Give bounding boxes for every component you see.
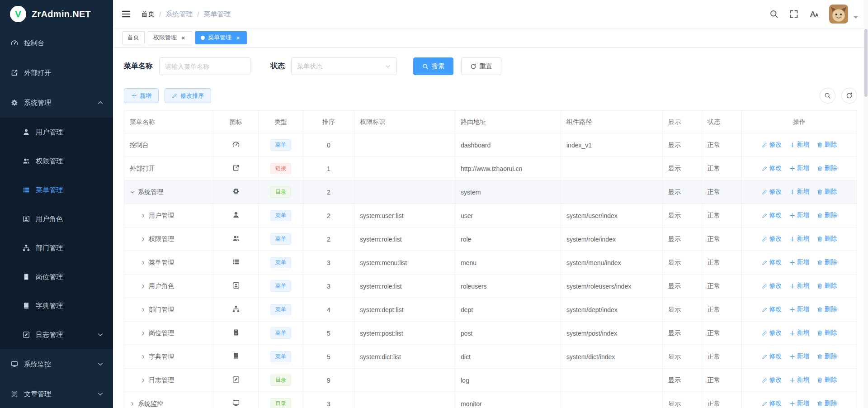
row-add-button[interactable]: 新增 xyxy=(789,164,810,172)
user-icon xyxy=(23,128,30,136)
row-delete-button[interactable]: 删除 xyxy=(817,235,837,243)
sidebar-item[interactable]: 字典管理 xyxy=(0,291,113,320)
show-search-toggle-button[interactable] xyxy=(820,88,835,104)
menu-name-text: 权限管理 xyxy=(149,235,174,243)
row-edit-button[interactable]: 修改 xyxy=(762,352,782,361)
row-edit-button[interactable]: 修改 xyxy=(762,376,782,384)
sidebar-item[interactable]: 菜单管理 xyxy=(0,176,113,204)
breadcrumb-item[interactable]: 菜单管理 xyxy=(203,10,231,19)
row-add-button[interactable]: 新增 xyxy=(789,258,810,266)
log-edit-icon xyxy=(232,376,240,383)
row-delete-button[interactable]: 删除 xyxy=(817,164,837,172)
row-add-button[interactable]: 新增 xyxy=(789,141,810,149)
row-delete-button[interactable]: 删除 xyxy=(817,282,837,290)
op-label: 修改 xyxy=(769,352,782,361)
row-expand-icon[interactable] xyxy=(141,213,146,218)
edit-icon xyxy=(172,93,178,99)
row-edit-button[interactable]: 修改 xyxy=(762,329,782,337)
sidebar-item[interactable]: 系统监控 xyxy=(0,349,113,379)
sidebar-item[interactable]: 用户管理 xyxy=(0,118,113,147)
row-add-button[interactable]: 新增 xyxy=(789,188,810,196)
menu-type-cell: 链接 xyxy=(259,157,303,180)
row-expand-icon[interactable] xyxy=(141,331,146,336)
breadcrumb-item[interactable]: 首页 xyxy=(141,10,155,19)
row-collapse-icon[interactable] xyxy=(130,190,135,195)
row-edit-button[interactable]: 修改 xyxy=(762,282,782,290)
row-delete-button[interactable]: 删除 xyxy=(817,399,837,408)
page-scrollbar-thumb[interactable] xyxy=(864,29,868,97)
user-menu-caret-icon[interactable] xyxy=(854,16,858,21)
row-edit-button[interactable]: 修改 xyxy=(762,399,782,408)
visible-cell: 显示 xyxy=(663,298,702,322)
row-expand-icon[interactable] xyxy=(141,354,146,360)
row-add-button[interactable]: 新增 xyxy=(789,305,810,313)
user-avatar[interactable] xyxy=(829,5,848,24)
row-edit-button[interactable]: 修改 xyxy=(762,211,782,219)
page-scrollbar[interactable] xyxy=(864,0,868,408)
row-edit-button[interactable]: 修改 xyxy=(762,258,782,266)
sidebar-item[interactable]: 系统管理 xyxy=(0,88,113,118)
row-expand-icon[interactable] xyxy=(141,378,146,383)
sidebar-item[interactable]: 控制台 xyxy=(0,28,113,58)
dict-book-icon xyxy=(23,302,30,309)
row-add-button[interactable]: 新增 xyxy=(789,282,810,290)
status-select[interactable]: 菜单状态 xyxy=(291,57,397,75)
row-delete-button[interactable]: 删除 xyxy=(817,376,837,384)
perm-cell: system:role:list xyxy=(354,228,455,251)
row-delete-button[interactable]: 删除 xyxy=(817,329,837,337)
row-expand-icon[interactable] xyxy=(141,260,146,266)
menu-name-input[interactable] xyxy=(159,57,250,75)
row-delete-button[interactable]: 删除 xyxy=(817,305,837,313)
row-add-button[interactable]: 新增 xyxy=(789,352,810,361)
sidebar-item[interactable]: 岗位管理 xyxy=(0,262,113,291)
perm-cell xyxy=(354,157,455,180)
sidebar-item[interactable]: 权限管理 xyxy=(0,147,113,176)
reset-button[interactable]: 重置 xyxy=(461,57,501,75)
row-delete-button[interactable]: 删除 xyxy=(817,141,837,149)
breadcrumb-item[interactable]: 系统管理 xyxy=(165,10,193,19)
sidebar-collapse-icon[interactable] xyxy=(121,9,131,19)
row-expand-icon[interactable] xyxy=(130,401,135,407)
breadcrumb: 首页/系统管理/菜单管理 xyxy=(141,10,231,19)
type-tag: 菜单 xyxy=(270,351,291,362)
tab-item[interactable]: 权限管理× xyxy=(148,31,192,44)
tab-item[interactable]: 菜单管理× xyxy=(195,31,247,44)
table-refresh-button[interactable] xyxy=(841,88,857,104)
row-add-button[interactable]: 新增 xyxy=(789,376,810,384)
row-delete-button[interactable]: 删除 xyxy=(817,211,837,219)
route-cell: monitor xyxy=(455,392,561,408)
sidebar-item[interactable]: 日志管理 xyxy=(0,320,113,349)
row-expand-icon[interactable] xyxy=(141,284,146,289)
sidebar-item[interactable]: 部门管理 xyxy=(0,233,113,262)
row-expand-icon[interactable] xyxy=(141,307,146,313)
tab-close-icon[interactable]: × xyxy=(180,34,187,41)
tab-item[interactable]: 首页 xyxy=(122,31,145,44)
fullscreen-icon[interactable] xyxy=(789,9,798,19)
row-edit-button[interactable]: 修改 xyxy=(762,235,782,243)
row-add-button[interactable]: 新增 xyxy=(789,235,810,243)
add-button[interactable]: 新增 xyxy=(124,88,159,103)
status-cell: 正常 xyxy=(702,251,742,275)
header-search-icon[interactable] xyxy=(769,9,778,19)
row-edit-button[interactable]: 修改 xyxy=(762,305,782,313)
row-add-button[interactable]: 新增 xyxy=(789,399,810,408)
row-edit-button[interactable]: 修改 xyxy=(762,188,782,196)
sidebar-item[interactable]: 外部打开 xyxy=(0,58,113,88)
row-edit-button[interactable]: 修改 xyxy=(762,141,782,149)
row-expand-icon[interactable] xyxy=(141,237,146,242)
row-delete-button[interactable]: 删除 xyxy=(817,188,837,196)
row-edit-button[interactable]: 修改 xyxy=(762,164,782,172)
font-size-icon[interactable] xyxy=(809,9,818,19)
sidebar-item[interactable]: 文章管理 xyxy=(0,379,113,408)
row-delete-button[interactable]: 删除 xyxy=(817,352,837,361)
tab-close-icon[interactable]: × xyxy=(235,34,241,41)
app-logo[interactable]: V ZrAdmin.NET xyxy=(0,0,113,28)
menu-type-cell: 菜单 xyxy=(259,228,303,251)
row-add-button[interactable]: 新增 xyxy=(789,211,810,219)
search-button[interactable]: 搜索 xyxy=(413,57,453,75)
sidebar-item[interactable]: 用户角色 xyxy=(0,204,113,233)
row-add-button[interactable]: 新增 xyxy=(789,329,810,337)
sort-edit-button[interactable]: 修改排序 xyxy=(165,88,211,103)
menu-name-wrap: 岗位管理 xyxy=(130,322,208,345)
row-delete-button[interactable]: 删除 xyxy=(817,258,837,266)
